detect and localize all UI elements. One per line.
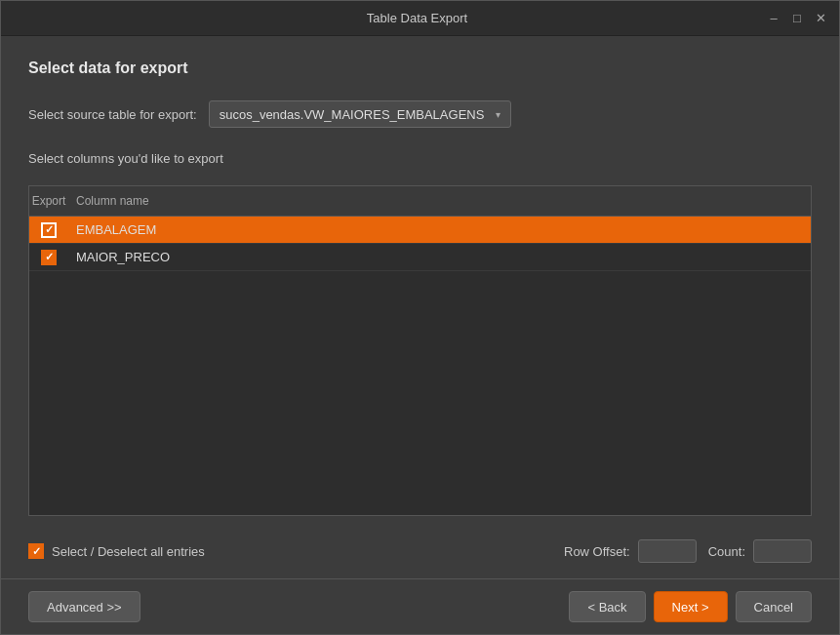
section-title: Select data for export bbox=[28, 60, 812, 77]
checkbox-icon: ✓ bbox=[41, 250, 57, 265]
dropdown-arrow-icon: ▾ bbox=[496, 109, 500, 120]
count-container: Count: bbox=[708, 539, 812, 563]
footer-right: < Back Next > Cancel bbox=[569, 591, 812, 622]
columns-table: Export Column name ✓ EMBALAGEM ✓ bbox=[28, 185, 812, 516]
source-table-dropdown[interactable]: sucos_vendas.VW_MAIORES_EMBALAGENS ▾ bbox=[209, 100, 511, 128]
main-content: Select data for export Select source tab… bbox=[1, 36, 839, 578]
cancel-button[interactable]: Cancel bbox=[736, 591, 812, 622]
row-checkbox-embalagem[interactable]: ✓ bbox=[29, 218, 68, 242]
source-table-row: Select source table for export: sucos_ve… bbox=[28, 100, 812, 128]
select-all-label: Select / Deselect all entries bbox=[52, 544, 205, 559]
header-export: Export bbox=[29, 191, 68, 211]
table-row[interactable]: ✓ MAIOR_PRECO bbox=[29, 244, 811, 271]
close-button[interactable]: ✕ bbox=[812, 10, 829, 27]
main-window: Table Data Export – □ ✕ Select data for … bbox=[0, 0, 840, 635]
minimize-button[interactable]: – bbox=[765, 10, 782, 27]
row-offset-input[interactable] bbox=[638, 539, 697, 563]
window-title: Table Data Export bbox=[69, 11, 765, 25]
select-all-checkbox[interactable]: ✓ bbox=[28, 543, 44, 559]
columns-label: Select columns you'd like to export bbox=[28, 151, 812, 166]
footer-left: Advanced >> bbox=[28, 591, 140, 622]
header-column-name: Column name bbox=[68, 191, 811, 211]
row-offset-label: Row Offset: bbox=[564, 544, 630, 559]
next-button[interactable]: Next > bbox=[654, 591, 728, 622]
footer: Advanced >> < Back Next > Cancel bbox=[1, 578, 839, 634]
advanced-button[interactable]: Advanced >> bbox=[28, 591, 140, 622]
maximize-button[interactable]: □ bbox=[788, 10, 806, 27]
count-input[interactable] bbox=[753, 539, 812, 563]
row-checkbox-maior-preco[interactable]: ✓ bbox=[29, 246, 68, 269]
source-label: Select source table for export: bbox=[28, 107, 197, 122]
titlebar-controls: – □ ✕ bbox=[765, 10, 829, 27]
table-row[interactable]: ✓ EMBALAGEM bbox=[29, 217, 811, 244]
titlebar: Table Data Export – □ ✕ bbox=[1, 1, 839, 36]
row-column-name-embalagem: EMBALAGEM bbox=[68, 218, 811, 241]
row-column-name-maior-preco: MAIOR_PRECO bbox=[68, 246, 811, 268]
count-label: Count: bbox=[708, 544, 745, 559]
checkbox-icon: ✓ bbox=[41, 222, 57, 238]
select-all-container: ✓ Select / Deselect all entries bbox=[28, 543, 552, 559]
back-button[interactable]: < Back bbox=[569, 591, 645, 622]
table-header: Export Column name bbox=[29, 186, 811, 217]
source-table-value: sucos_vendas.VW_MAIORES_EMBALAGENS bbox=[220, 107, 490, 122]
bottom-controls: ✓ Select / Deselect all entries Row Offs… bbox=[28, 539, 812, 563]
row-offset-container: Row Offset: bbox=[564, 539, 697, 563]
